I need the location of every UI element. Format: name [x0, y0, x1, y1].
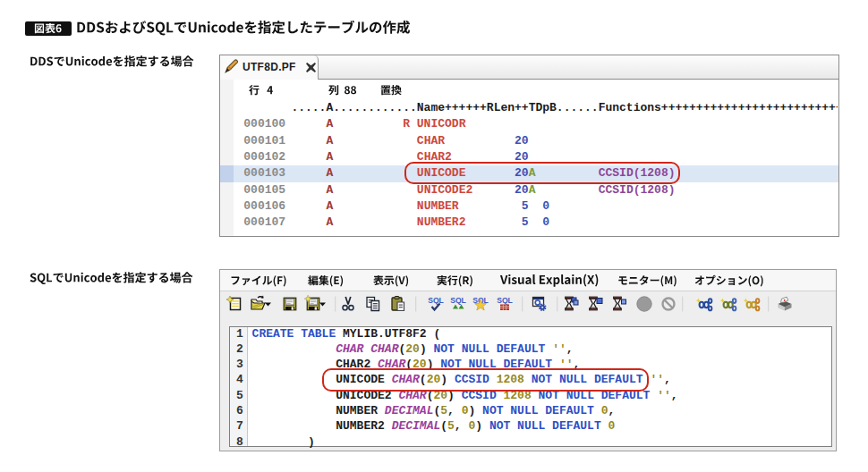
svg-text:SQL: SQL — [450, 295, 466, 304]
svg-text:SQL: SQL — [497, 295, 513, 304]
svg-text:SQL: SQL — [428, 295, 444, 304]
